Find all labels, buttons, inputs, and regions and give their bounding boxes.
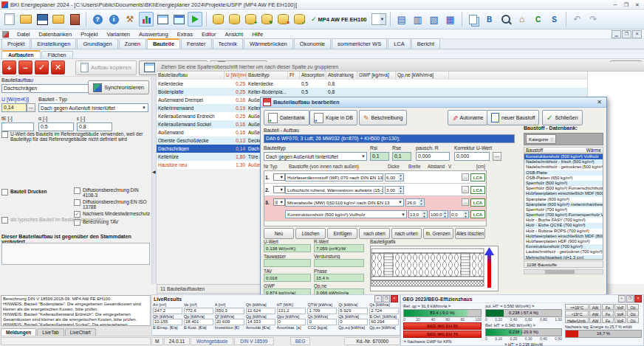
korrektur-picker-button[interactable]: — xyxy=(493,152,501,161)
sub-tab[interactable]: Flächen xyxy=(41,51,73,58)
baustoff-list-item[interactable]: Spanplatte (600 kg/m³) melaminharzbeschi… xyxy=(524,202,603,207)
column-header[interactable]: Ff xyxy=(288,72,300,80)
more-button[interactable]: … xyxy=(462,173,469,181)
layer-row-1[interactable]: 1. ▼ Holzfaserdämmstoff (WF) 070 nach DI… xyxy=(264,171,486,184)
fe-input[interactable] xyxy=(1,122,34,131)
more-button[interactable]: … xyxy=(462,198,469,206)
baustoff-list-item[interactable]: Sperrholz (700 kg/m³) xyxy=(524,207,603,212)
layer-action-button[interactable]: Löschen xyxy=(295,228,326,239)
c-tool-icon[interactable]: C xyxy=(531,12,546,27)
baustoff-column-header[interactable]: BaustoffWärme xyxy=(524,147,603,153)
baustoff-list-item[interactable]: OSB-Platte xyxy=(524,170,603,176)
float-icon[interactable]: ❐ xyxy=(626,295,634,302)
aw-cell[interactable]: AW xyxy=(589,304,601,310)
help-icon[interactable]: ? xyxy=(90,12,105,27)
beschreibung-button[interactable]: ✎ Beschreibung xyxy=(359,110,407,125)
menu-item[interactable]: Ansicht xyxy=(221,30,248,38)
ref-uwert-checkbox[interactable]: U-Wert des Bauteils im Referenzgebäude v… xyxy=(1,131,148,142)
db-edit-icon[interactable] xyxy=(227,12,242,27)
sub-tab[interactable]: Aufbauten xyxy=(1,50,41,58)
table-row[interactable]: Kellerdecke 0,25 Kellerdecke 0,5 0,8 xyxy=(157,80,587,88)
berechnung-checkbox[interactable]: Diffusionsberechnung EN ISO 13788 xyxy=(74,199,151,210)
dialog-titlebar[interactable]: Bauteilaufbau bearbeiten ✕ xyxy=(261,97,606,108)
material-select[interactable]: Holzfaserdämmstoff (WF) 070 nach DIN EN … xyxy=(285,173,383,181)
layer-action-button[interactable]: Alles löschen xyxy=(455,228,485,239)
main-tab[interactable]: sommerlicher WS xyxy=(332,38,387,49)
table-icon[interactable] xyxy=(155,12,170,27)
column-header[interactable]: Qp,ne [kWh/m²a] xyxy=(396,72,449,80)
baustoff-list-item[interactable]: Holzfaserplatten einschließlich MDF (800… xyxy=(524,234,603,239)
kategorie-filter[interactable]: Kategorie▽ xyxy=(526,134,556,144)
save-icon[interactable] xyxy=(35,12,49,27)
aw-cell[interactable]: AW xyxy=(589,317,601,323)
db-delete-icon[interactable]: × xyxy=(275,12,290,27)
baustoff-list-item[interactable]: Holz - Robinie ROPS (700 kg/m³) xyxy=(524,229,603,234)
bericht-icon[interactable]: B xyxy=(482,12,497,27)
layer-row-2[interactable]: 2. ▼ Luftschicht ruhend, Wärmestrom aufw… xyxy=(264,184,486,196)
neuer-baustoff-button[interactable]: neuer Baustoff xyxy=(487,110,539,125)
layer-action-button[interactable]: th. Grenzen xyxy=(423,228,453,239)
db-user-icon[interactable] xyxy=(210,12,225,27)
main-tab[interactable]: Einstellungen xyxy=(31,38,76,49)
lca-button[interactable]: LCA xyxy=(470,173,485,181)
lca-button[interactable]: LCA xyxy=(470,198,485,207)
layer-row-3[interactable]: 3. |||▼ Mineralwolle (MW) 032/110 kg/m² … xyxy=(264,196,486,221)
datenbank-button[interactable]: Datenbank xyxy=(264,110,309,125)
breite-spinner[interactable]: 13,0▲▼ xyxy=(408,210,428,218)
main-tab[interactable]: Projekt xyxy=(1,38,30,49)
main-tab[interactable]: Zonen xyxy=(119,38,146,49)
search-icon[interactable] xyxy=(499,12,513,27)
layer-action-button[interactable]: Einfügen xyxy=(327,228,357,239)
remove-aufbau-button[interactable]: − xyxy=(18,60,32,75)
column-header[interactable]: U [W/(m²K)] xyxy=(225,72,247,80)
info-icon[interactable]: i xyxy=(106,12,121,27)
home-icon[interactable]: ⌂ xyxy=(515,12,530,27)
baustoff-list-item[interactable]: Sperrholz (500 kg/m³) Furnierschichtholz… xyxy=(524,186,603,191)
menu-item[interactable]: Projekt xyxy=(76,30,102,38)
sub-material-select[interactable]: Konstruktionsholz (500 kg/m³) Vollholz▼ xyxy=(285,210,407,218)
layer-type-selector[interactable]: ▼ xyxy=(273,173,285,181)
lca-button[interactable]: LCA xyxy=(470,186,485,194)
db-add-icon[interactable]: + xyxy=(243,12,258,27)
menu-item[interactable]: Varianten xyxy=(102,30,134,38)
chart-icon[interactable] xyxy=(139,12,154,27)
main-tab[interactable]: Bauteile xyxy=(147,38,180,49)
dicke-spinner[interactable]: 6,00▲▼ xyxy=(385,173,404,181)
layer-type-selector[interactable]: ▼ xyxy=(273,186,285,193)
baustoff-list-item[interactable]: Holz - Eiche QCXE (700 kg/m³) xyxy=(524,223,603,228)
exit-icon[interactable] xyxy=(67,12,82,27)
vof-cell[interactable]: VoF xyxy=(614,311,626,316)
main-tab[interactable]: LCA xyxy=(388,38,411,49)
pausch-r-input[interactable]: 0,000 xyxy=(416,152,450,161)
aufbau-name-input[interactable]: DAh 6 WF070; 3 Luft; 26 MW032 (b=870) + … xyxy=(264,134,515,143)
rsi-input[interactable]: 0,1 xyxy=(370,152,389,161)
column-header[interactable]: Bauteiltyp xyxy=(247,72,288,80)
messages-tab[interactable]: LiveChart xyxy=(65,328,96,336)
material-select[interactable]: Luftschicht ruhend, Wärmestrom aufwärts … xyxy=(285,186,383,194)
baustoff-list-item[interactable]: Mehrschichtparkett (d=1,3 cm) xyxy=(524,255,603,260)
schliessen-button[interactable]: ✓ Schließen xyxy=(542,110,583,125)
project-combobox[interactable]: ▼ xyxy=(371,13,386,25)
tools-icon[interactable]: ⚒ xyxy=(123,12,137,27)
baustoff-list-item[interactable]: Konstruktionsholz (700 kg/m³) xyxy=(524,244,603,249)
baustoff-list-item[interactable]: Holzfaserplatten HDF (900 kg/m³) xyxy=(524,239,603,244)
bestand-checkbox[interactable]: als typisches Bauteil im Bestand verwend… xyxy=(1,217,104,224)
rse-input[interactable]: 0,1 xyxy=(392,152,411,161)
baustoff-list-item[interactable]: Konstruktionsholz (500 kg/m³) Vollholz xyxy=(524,154,603,159)
layer-action-button[interactable]: Neu xyxy=(264,228,294,239)
vof-cell[interactable]: VoF xyxy=(614,317,626,323)
dialog-close-icon[interactable]: ✕ xyxy=(595,99,604,105)
u-wert-input[interactable]: 0,14 xyxy=(1,103,27,112)
mdi-restore-icon[interactable]: ❐ xyxy=(622,30,631,38)
pin-icon[interactable]: ▪ xyxy=(618,295,626,302)
main-tab[interactable]: Bericht xyxy=(411,38,440,49)
layout-horizontal-icon[interactable]: ▤ xyxy=(394,12,409,27)
layer-type-selector[interactable]: |||▼ xyxy=(273,198,285,206)
baustoff-list-item[interactable]: Sperrholz (700 kg/m³) Furniersperrholz V… xyxy=(524,212,603,218)
main-tab[interactable]: Fenster xyxy=(181,38,211,49)
korrektur-input[interactable]: 0,000 xyxy=(454,152,490,161)
lca-button[interactable]: LCA xyxy=(470,210,485,218)
fe-cell[interactable]: Fe xyxy=(602,317,614,323)
table-blue-icon[interactable] xyxy=(171,12,186,27)
baustoff-list-item[interactable]: Holz - Buche FASY (700 kg/m³) xyxy=(524,218,603,223)
